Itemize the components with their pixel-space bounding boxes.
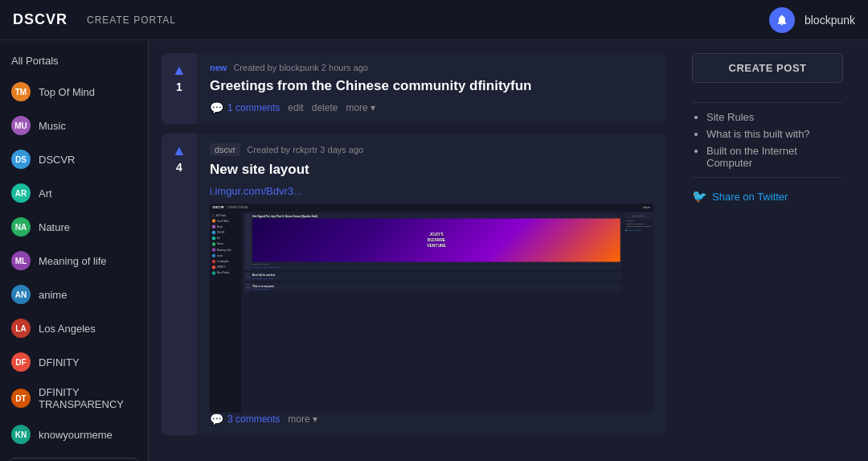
post-meta: new Created by blockpunk 2 hours ago <box>210 63 653 72</box>
vote-count: 1 <box>176 80 182 93</box>
post-actions: 💬 3 comments more ▾ <box>210 413 653 426</box>
portal-avatar: DT <box>11 389 31 408</box>
post-link[interactable]: i.imgur.com/Bdvr3... <box>210 185 653 197</box>
sidebar-item-knowyourmeme[interactable]: KNknowyourmeme <box>0 418 148 451</box>
twitter-share-label: Share on Twitter <box>712 191 788 203</box>
sidebar-item-label: DSCVR <box>39 154 76 166</box>
built-on-ic-link[interactable]: Built on the Internet Computer <box>706 145 843 169</box>
comment-icon: 💬 <box>210 101 223 114</box>
logo[interactable]: DSCVR <box>13 11 68 28</box>
comment-icon: 💬 <box>210 413 223 426</box>
vote-count: 4 <box>176 161 182 174</box>
panel-divider-2 <box>692 177 843 178</box>
post-card: ▲ 4 dscvr Created by rckprtr 3 days ago … <box>162 134 666 435</box>
sidebar-item-label: anime <box>39 289 67 301</box>
thumbnail-content: DSCVR CREATE PORTAL rckprtr All Portals <box>210 204 653 413</box>
portal-avatar: DS <box>11 150 31 169</box>
edit-button[interactable]: edit <box>288 102 303 113</box>
upvote-button[interactable]: ▲ <box>172 143 186 158</box>
sidebar-item-label: Art <box>39 187 52 200</box>
sidebar-item-dfinity[interactable]: DFDFINITY <box>0 345 148 379</box>
post-body: new Created by blockpunk 2 hours ago Gre… <box>197 53 666 124</box>
portal-avatar: TM <box>11 82 31 101</box>
sidebar-item-all-portals[interactable]: All Portals <box>0 47 148 75</box>
sidebar-item-label: Music <box>39 120 66 132</box>
sidebar-item-label: Meaning of life <box>39 255 107 267</box>
delete-button[interactable]: delete <box>312 102 338 113</box>
post-body: dscvr Created by rckprtr 3 days ago New … <box>197 134 666 435</box>
sidebar-item-label: DFINITY <box>39 356 80 368</box>
comments-button[interactable]: 💬 1 comments <box>210 101 280 114</box>
portal-avatar: AN <box>11 285 31 304</box>
chevron-down-icon: ▾ <box>371 102 375 113</box>
sidebar-item-anime[interactable]: ANanime <box>0 278 148 311</box>
sidebar-item-nature[interactable]: NANature <box>0 210 148 244</box>
bell-icon <box>776 14 788 27</box>
sidebar-item-meaning-of-life[interactable]: MLMeaning of life <box>0 244 148 278</box>
portal-avatar: AR <box>11 183 31 203</box>
portal-avatar: KN <box>11 425 31 444</box>
post-thumbnail: DSCVR CREATE PORTAL rckprtr All Portals <box>210 204 653 413</box>
sidebar-item-dfinity-transparency[interactable]: DTDFINITY TRANSPARENCY <box>0 379 148 418</box>
main-layout: All Portals TMTop Of MindMUMusicDSDSCVRA… <box>0 40 868 461</box>
panel-links: Site Rules What is this built with? Buil… <box>692 111 843 169</box>
post-title[interactable]: New site layout <box>210 161 653 179</box>
sidebar-item-label: Nature <box>39 221 70 233</box>
sidebar-item-label: DFINITY TRANSPARENCY <box>39 386 137 410</box>
chevron-down-icon: ▾ <box>313 414 317 425</box>
post-actions: 💬 1 comments edit delete more ▾ <box>210 101 653 114</box>
sidebar-item-label: Top Of Mind <box>39 86 95 98</box>
portal-avatar: ML <box>11 251 31 270</box>
create-post-button[interactable]: CREATE POST <box>692 53 843 83</box>
post-created-by: Created by rckprtr 3 days ago <box>247 145 363 154</box>
sidebar-items: TMTop Of MindMUMusicDSDSCVRARArtNANature… <box>0 75 148 451</box>
twitter-icon: 🐦 <box>692 189 707 204</box>
vote-column: ▲ 1 <box>162 53 197 124</box>
mini-create-portal: CREATE PORTAL <box>227 207 248 209</box>
main-feed: ▲ 1 new Created by blockpunk 2 hours ago… <box>149 40 679 461</box>
portal-avatar: MU <box>11 116 31 135</box>
sidebar-item-label: Los Angeles <box>39 323 96 335</box>
mini-logo: DSCVR <box>213 206 224 210</box>
post-meta: dscvr Created by rckprtr 3 days ago <box>210 143 653 156</box>
sidebar: All Portals TMTop Of MindMUMusicDSDSCVRA… <box>0 40 149 461</box>
more-button[interactable]: more ▾ <box>346 102 375 113</box>
portal-avatar: DF <box>11 352 31 372</box>
sidebar-item-los-angeles[interactable]: LALos Angeles <box>0 311 148 345</box>
portal-avatar: NA <box>11 217 31 237</box>
comments-count: 1 comments <box>227 102 280 113</box>
upvote-button[interactable]: ▲ <box>172 63 186 77</box>
post-created-by: Created by blockpunk 2 hours ago <box>233 63 368 72</box>
create-portal-link[interactable]: CREATE PORTAL <box>87 14 176 26</box>
what-is-built-link[interactable]: What is this built with? <box>706 128 843 140</box>
comments-button[interactable]: 💬 3 comments <box>210 413 280 426</box>
twitter-share-link[interactable]: 🐦 Share on Twitter <box>692 189 843 204</box>
new-badge: new <box>210 63 227 72</box>
sidebar-item-dscvr[interactable]: DSDSCVR <box>0 142 148 176</box>
mini-username: rckprtr <box>643 207 650 209</box>
sidebar-item-art[interactable]: ARArt <box>0 176 148 210</box>
portal-avatar: LA <box>11 319 31 338</box>
portal-badge[interactable]: dscvr <box>210 143 240 156</box>
post-card: ▲ 1 new Created by blockpunk 2 hours ago… <box>162 53 666 124</box>
vote-column: ▲ 4 <box>162 134 197 435</box>
sidebar-item-music[interactable]: MUMusic <box>0 109 148 142</box>
site-rules-link[interactable]: Site Rules <box>706 111 843 123</box>
more-portals-button[interactable]: More Portals <box>10 458 138 461</box>
right-panel: CREATE POST Site Rules What is this buil… <box>679 40 856 461</box>
username[interactable]: blockpunk <box>805 14 855 27</box>
panel-divider <box>692 102 843 103</box>
comments-count: 3 comments <box>227 414 280 425</box>
sidebar-item-label: knowyourmeme <box>39 429 113 441</box>
topnav-right: blockpunk <box>769 7 855 33</box>
more-button[interactable]: more ▾ <box>288 414 317 425</box>
sidebar-item-top-of-mind[interactable]: TMTop Of Mind <box>0 75 148 109</box>
notifications-bell[interactable] <box>769 7 795 33</box>
top-nav: DSCVR CREATE PORTAL blockpunk <box>0 0 868 40</box>
post-title[interactable]: Greetings from the Chinese community dfi… <box>210 77 653 95</box>
